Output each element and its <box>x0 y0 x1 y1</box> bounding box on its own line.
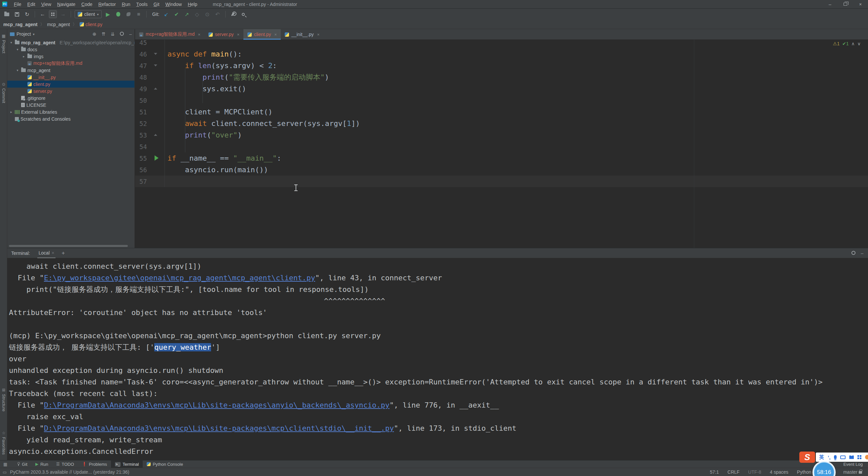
editor-tab-client-py[interactable]: client.py× <box>243 29 281 40</box>
fold-marker-icon[interactable] <box>154 88 157 90</box>
terminal-file-link[interactable]: D:\ProgramData\Anaconda3\envs\mcp\Lib\si… <box>44 424 394 433</box>
expand-all-icon[interactable]: ⇈ <box>102 31 106 37</box>
chevron-down-icon[interactable]: ▾ <box>16 48 20 51</box>
menu-git[interactable]: Git <box>151 0 162 8</box>
sidebar-item-commit[interactable]: ⊙ Commit <box>0 82 7 118</box>
editor-tab-server-py[interactable]: server.py× <box>205 29 243 40</box>
menu-view[interactable]: View <box>38 0 54 8</box>
menu-file[interactable]: File <box>11 0 25 8</box>
menu-code[interactable]: Code <box>78 0 95 8</box>
status-master[interactable]: master <box>843 469 862 475</box>
git-update-icon[interactable]: ↙ <box>162 10 170 18</box>
run-anything-icon[interactable] <box>49 10 57 18</box>
tree-item[interactable]: __init__.py <box>7 74 134 81</box>
forward-icon[interactable]: → <box>59 10 67 18</box>
tree-item[interactable]: Scratches and Consoles <box>7 115 134 122</box>
fold-marker-icon[interactable] <box>154 53 157 55</box>
sidebar-item-structure[interactable]: ⊞ Structure <box>0 388 7 427</box>
sidebar-item-project[interactable]: ▦ Project <box>0 34 7 70</box>
close-icon[interactable]: × <box>275 32 277 37</box>
chevron-right-icon[interactable]: ▸ <box>22 55 26 58</box>
sync-icon[interactable]: ↻ <box>23 10 31 18</box>
back-icon[interactable]: ← <box>39 10 46 18</box>
menu-tools[interactable]: Tools <box>133 0 150 8</box>
code-editor[interactable]: 4546async def main():47 if len(sys.argv)… <box>135 40 868 248</box>
git-push-icon[interactable]: ↗ <box>183 10 191 18</box>
menu-edit[interactable]: Edit <box>25 0 38 8</box>
toolwindow-switcher-icon[interactable]: ▦ <box>3 462 7 467</box>
new-terminal-icon[interactable]: + <box>61 250 65 257</box>
run-button[interactable]: ▶ <box>104 10 112 18</box>
close-icon[interactable]: × <box>198 32 200 37</box>
terminal-settings-gear-icon[interactable] <box>851 250 856 256</box>
tree-item[interactable]: ▾docs <box>7 46 134 53</box>
chevron-down-icon[interactable]: ▾ <box>33 32 35 36</box>
run-line-icon[interactable] <box>155 155 159 161</box>
editor-tab-mcp-rag-md[interactable]: Mmcp+rag智能体应用.md× <box>135 29 205 40</box>
git-shelve-icon[interactable]: ◇ <box>193 10 201 18</box>
toolwindow-button-python-console[interactable]: Python Console <box>143 460 187 468</box>
terminal-file-link[interactable]: D:\ProgramData\Anaconda3\envs\mcp\Lib\si… <box>44 401 390 409</box>
fold-marker-icon[interactable] <box>154 64 157 66</box>
settings-gear-icon[interactable] <box>120 31 124 37</box>
restore-button[interactable] <box>838 0 853 8</box>
close-icon[interactable]: × <box>52 250 54 256</box>
git-commit-icon[interactable]: ✔ <box>173 10 181 18</box>
menu-help[interactable]: Help <box>185 0 200 8</box>
tree-item[interactable]: ▸External Libraries <box>7 109 134 115</box>
minimize-button[interactable]: – <box>823 0 838 8</box>
wrench-icon[interactable] <box>229 10 237 18</box>
hide-terminal-icon[interactable]: – <box>861 250 863 256</box>
breadcrumb-package[interactable]: mcp_agent <box>47 22 70 27</box>
ime-toolbar[interactable]: S 英 ’, <box>799 451 868 463</box>
profile-button[interactable] <box>125 10 132 18</box>
tree-item[interactable]: ▾mcp_rag_agentE:\py_workspace\gitee\open… <box>7 39 134 46</box>
status-utf-8[interactable]: UTF-8 <box>748 469 761 475</box>
terminal-file-link[interactable]: E:\py_workspace\gitee\openai\mcp_rag_age… <box>44 274 315 282</box>
tree-item[interactable]: Mmcp+rag智能体应用.md <box>7 60 134 67</box>
menu-run[interactable]: Run <box>119 0 133 8</box>
status-message[interactable]: PyCharm 2020.3.5 available // Update... … <box>10 469 129 475</box>
stop-button[interactable]: ■ <box>135 10 143 18</box>
debug-button[interactable] <box>114 10 122 18</box>
collapse-all-icon[interactable]: ⇊ <box>111 31 115 37</box>
project-view-label[interactable]: Project <box>17 31 31 37</box>
editor-tab--init-py[interactable]: __init__.py× <box>281 29 323 40</box>
tree-item[interactable]: ▾mcp_agent <box>7 67 134 74</box>
next-problem-icon[interactable]: ∨ <box>858 41 861 46</box>
status-57-1[interactable]: 57:1 <box>710 469 719 475</box>
menu-window[interactable]: Window <box>162 0 185 8</box>
toolwindow-button-terminal[interactable]: >_Terminal <box>111 460 143 468</box>
sogou-logo-icon[interactable]: S <box>799 451 815 463</box>
save-icon[interactable] <box>13 10 21 18</box>
close-icon[interactable]: × <box>237 32 240 37</box>
close-button[interactable]: × <box>853 0 868 8</box>
chevron-down-icon[interactable]: ▾ <box>16 68 20 72</box>
toolwindow-button-run[interactable]: ▶Run <box>31 460 52 468</box>
tree-item[interactable]: .gitignore <box>7 94 134 101</box>
tree-item[interactable]: client.py <box>7 81 134 88</box>
run-configuration-select[interactable]: client ▾ <box>75 10 102 18</box>
search-everywhere-icon[interactable] <box>240 10 247 18</box>
toolwindow-button-todo[interactable]: ☰TODO <box>52 460 78 468</box>
hide-panel-icon[interactable]: – <box>129 31 132 37</box>
tree-item[interactable]: LICENSE <box>7 101 134 109</box>
menu-navigate[interactable]: Navigate <box>54 0 78 8</box>
git-history-icon[interactable]: ⊙ <box>204 10 211 18</box>
close-icon[interactable]: × <box>317 32 320 37</box>
microphone-icon[interactable] <box>834 455 837 459</box>
toolwindow-button-problems[interactable]: ❗Problems <box>78 460 111 468</box>
git-rollback-icon[interactable]: ↶ <box>214 10 222 18</box>
terminal-tab-local[interactable]: Local × <box>37 248 56 258</box>
status-4-spaces[interactable]: 4 spaces <box>770 469 788 475</box>
tree-item[interactable]: ▸imgs <box>7 53 134 60</box>
ime-punctuation-toggle[interactable]: ’, <box>828 454 830 460</box>
fold-marker-icon[interactable] <box>154 134 157 136</box>
tree-item[interactable]: server.py <box>7 88 134 94</box>
menu-refactor[interactable]: Refactor <box>95 0 119 8</box>
toolbox-icon[interactable] <box>858 455 861 459</box>
skin-icon[interactable] <box>849 455 854 459</box>
status-crlf[interactable]: CRLF <box>727 469 740 475</box>
ime-language-toggle[interactable]: 英 <box>819 454 824 460</box>
breadcrumb-file[interactable]: client.py <box>80 22 102 27</box>
